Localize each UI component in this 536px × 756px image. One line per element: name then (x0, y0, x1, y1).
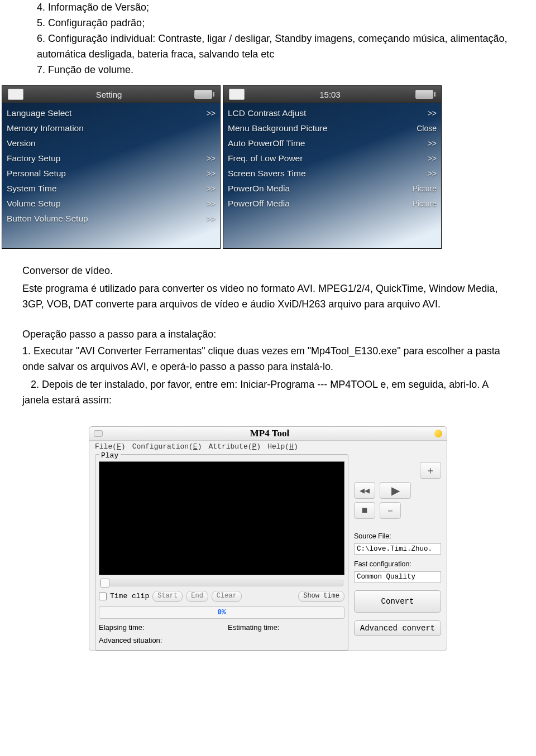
seek-knob[interactable] (100, 579, 109, 588)
screenshot1-title: Setting (23, 90, 194, 99)
source-file-label: Source File: (354, 532, 441, 540)
play-legend: Play (99, 451, 121, 460)
window-close-icon[interactable] (434, 430, 442, 437)
menu-item-label: Volume Setup (7, 199, 61, 209)
start-button[interactable]: Start (152, 591, 183, 602)
menu-item-label: Auto PowerOff Time (228, 138, 305, 148)
menu-item-value: >> (428, 139, 437, 148)
menu-item-value: Picture (412, 199, 437, 208)
source-file-field[interactable]: C:\love.Timi.Zhuo. (354, 543, 441, 555)
titlebar-left-box (229, 89, 245, 100)
menu-item-label: Memory Information (7, 123, 84, 133)
paragraph-converter-title: Conversor de vídeo. (22, 263, 514, 279)
settings-screenshots: Setting Language Select>>Memory Informat… (0, 85, 536, 249)
intro-line-4: 4. Informação de Versão; (37, 0, 514, 16)
menu-attribute[interactable]: Attribute(P) (208, 442, 261, 451)
heading-install-steps: Operação passo a passo para a instalação… (22, 327, 514, 343)
progress-bar: 0% (99, 606, 344, 619)
battery-icon (194, 90, 214, 99)
timeclip-checkbox[interactable] (99, 593, 107, 600)
menu-help[interactable]: Help(H) (267, 442, 298, 451)
menu-item-value: >> (207, 214, 216, 223)
menu-item-label: Button Volume Setup (7, 214, 88, 224)
menu-item[interactable]: Factory Setup>> (2, 151, 220, 166)
menu-item-value: >> (207, 154, 216, 163)
menu-item[interactable]: Personal Setup>> (2, 166, 220, 181)
menu-item-value: >> (428, 169, 437, 178)
timeclip-label: Time clip (110, 592, 149, 600)
menu-item[interactable]: Volume Setup>> (2, 196, 220, 211)
screenshot-settings-main: Setting Language Select>>Memory Informat… (2, 85, 221, 249)
menu-item[interactable]: Auto PowerOff Time>> (223, 136, 441, 151)
screenshot-settings-personal: 15:03 LCD Contrast Adjust>>Menu Backgrou… (223, 85, 442, 249)
estimating-label: Estimating time: (228, 623, 279, 632)
menu-item-label: Version (7, 138, 36, 148)
menu-item[interactable]: PowerOn MediaPicture (223, 181, 441, 196)
menu-item-value: >> (207, 109, 216, 118)
menu-item-label: PowerOff Media (228, 199, 290, 209)
intro-line-6: 6. Configuração individual: Contraste, l… (37, 31, 514, 62)
menu-item-value: >> (207, 184, 216, 193)
intro-line-5: 5. Configuração padrão; (37, 16, 514, 31)
menu-item[interactable]: Version (2, 136, 220, 151)
seek-bar[interactable] (100, 580, 343, 586)
mp4tool-window: MP4 Tool File(F) Configuration(E) Attrib… (89, 426, 447, 651)
battery-icon (415, 90, 436, 99)
menu-item-label: Personal Setup (7, 168, 66, 179)
menu-item-value: Picture (412, 184, 437, 193)
menu-item-value: >> (207, 199, 216, 208)
fast-config-label: Fast configuration: (354, 560, 441, 568)
menu-item[interactable]: Menu Background PictureClose (223, 121, 441, 136)
window-title: MP4 Tool (105, 428, 434, 439)
end-button[interactable]: End (186, 591, 208, 602)
advanced-situation-label: Advanced situation: (99, 636, 162, 644)
menu-item-label: Screen Savers Time (228, 168, 306, 179)
menu-item[interactable]: Screen Savers Time>> (223, 166, 441, 181)
menu-item-value: >> (428, 154, 437, 163)
menu-item[interactable]: PowerOff MediaPicture (223, 196, 441, 211)
menu-item-value: >> (428, 109, 437, 118)
screenshot2-title: 15:03 (245, 90, 415, 99)
menu-configuration[interactable]: Configuration(E) (132, 442, 202, 451)
menubar: File(F) Configuration(E) Attribute(P) He… (89, 441, 447, 453)
fast-config-field[interactable]: Common Quality (354, 571, 441, 582)
menu-item-label: Freq. of Low Power (228, 153, 303, 163)
menu-item[interactable]: Button Volume Setup>> (2, 211, 220, 226)
play-button[interactable]: ▶ (380, 482, 411, 499)
titlebar-left-box (8, 89, 23, 100)
showtime-button[interactable]: Show time (298, 591, 344, 602)
video-preview (99, 461, 344, 575)
advanced-convert-button[interactable]: Advanced convert (354, 620, 441, 636)
menu-item-label: Menu Background Picture (228, 123, 327, 133)
menu-item[interactable]: LCD Contrast Adjust>> (223, 105, 441, 121)
menu-file[interactable]: File(F) (95, 442, 126, 451)
menu-item[interactable]: Freq. of Low Power>> (223, 151, 441, 166)
menu-item-label: LCD Contrast Adjust (228, 108, 306, 118)
step-2: 2. Depois de ter instalado, por favor, e… (22, 377, 514, 408)
window-minimize-icon[interactable] (94, 430, 103, 437)
play-fieldset: Play Time clip Start End Clear Show time… (95, 454, 348, 651)
menu-item-label: Language Select (7, 108, 71, 118)
stop-button[interactable]: ■ (354, 502, 375, 519)
menu-item[interactable]: Memory Information (2, 121, 220, 136)
menu-item-value: Close (417, 124, 437, 133)
menu-item[interactable]: System Time>> (2, 181, 220, 196)
clear-button[interactable]: Clear (212, 591, 242, 602)
menu-item-label: Factory Setup (7, 153, 61, 163)
menu-item-value: >> (207, 169, 216, 178)
plus-button[interactable]: ＋ (420, 462, 441, 479)
menu-item[interactable]: Language Select>> (2, 105, 220, 121)
menu-item-label: PowerOn Media (228, 184, 290, 194)
rewind-button[interactable]: ◂◂ (354, 482, 375, 499)
menu-item-label: System Time (7, 184, 57, 194)
intro-line-7: 7. Função de volume. (37, 62, 514, 78)
convert-button[interactable]: Convert (354, 590, 441, 613)
step-1: 1. Executar "AVI Converter Ferramentas" … (22, 344, 514, 375)
paragraph-converter-desc: Este programa é utilizado para converter… (22, 281, 514, 312)
elapsing-label: Elapsing time: (99, 623, 145, 632)
minus-button[interactable]: － (380, 502, 401, 519)
